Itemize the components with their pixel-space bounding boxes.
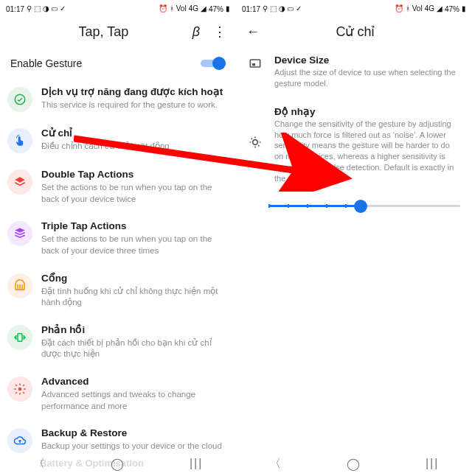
enable-gesture-row[interactable]: Enable Gesture (0, 47, 236, 78)
gear-icon (7, 377, 32, 402)
item-desc: Đặt tình huống khi cử chỉ không thực hiệ… (41, 286, 227, 309)
svg-rect-4 (252, 63, 255, 66)
bluetooth-icon: ᚼ (170, 5, 174, 13)
item-desc: Set the actions to be run when you tap o… (41, 182, 227, 205)
nav-back-icon[interactable]: 〈 (33, 456, 45, 472)
app-bar: ← Cử chỉ (236, 16, 472, 47)
status-time: 01:17 (6, 5, 24, 13)
app-bar: Tap, Tap β ⋮ (0, 16, 236, 47)
item-title: Cổng (41, 272, 227, 285)
svg-rect-1 (18, 334, 22, 342)
app-title: Cử chỉ (266, 24, 445, 40)
aspect-icon (248, 56, 266, 74)
nav-back-icon[interactable]: 〈 (269, 456, 281, 472)
item-title: Cử chỉ (41, 127, 227, 140)
item-sensitivity[interactable]: Độ nhạy Change the sensitivity of the ge… (236, 98, 472, 187)
check-icon (7, 87, 32, 112)
item-desc: Advanced settings and tweaks to change p… (41, 389, 227, 412)
status-time: 01:17 (242, 5, 260, 13)
item-service[interactable]: Dịch vụ trợ năng đang được kích hoạt Thi… (0, 78, 236, 119)
item-title: Phản hồi (41, 323, 227, 337)
item-double-tap[interactable]: Double Tap Actions Set the actions to be… (0, 161, 236, 212)
battery-text: 47% (445, 5, 459, 13)
item-title: Advanced (41, 375, 227, 388)
overflow-menu-icon[interactable]: ⋮ (207, 24, 232, 40)
battery-icon: ▮ (226, 5, 230, 13)
vibrate-icon (7, 325, 32, 350)
status-bar: 01:17 ⚲ ⬚ ◑ ▭ ✓ ⏰ ᚼ Vol 4G ◢ 47% ▮ (236, 0, 472, 16)
item-desc: Điều chỉnh cách cử chỉ hoạt động (41, 141, 227, 153)
item-title: Dịch vụ trợ năng đang được kích hoạt (41, 85, 227, 99)
battery-text: 47% (209, 5, 223, 13)
item-triple-tap[interactable]: Triple Tap Actions Set the actions to be… (0, 212, 236, 264)
item-feedback[interactable]: Phản hồi Đặt cách thiết bị phản hồi cho … (0, 316, 236, 368)
network-icon: 4G (189, 5, 198, 13)
item-desc: This service is required for the gesture… (41, 99, 227, 111)
beta-badge[interactable]: β (185, 24, 207, 40)
svg-point-5 (253, 139, 258, 144)
sensitivity-slider[interactable] (268, 197, 460, 215)
item-gesture[interactable]: Cử chỉ Điều chỉnh cách cử chỉ hoạt động (0, 119, 236, 161)
phone-right: 01:17 ⚲ ⬚ ◑ ▭ ✓ ⏰ ᚼ Vol 4G ◢ 47% ▮ ← Cử … (236, 0, 472, 476)
item-title: Triple Tap Actions (41, 220, 227, 233)
back-button[interactable]: ← (240, 24, 266, 40)
app-title: Tap, Tap (22, 24, 185, 40)
volte-icon: Vol (176, 5, 187, 13)
enable-gesture-switch[interactable] (201, 56, 226, 71)
status-misc-icons: ⚲ ⬚ ◑ ▭ ✓ (27, 5, 66, 13)
brightness-icon (248, 135, 266, 153)
alarm-icon: ⏰ (395, 5, 403, 13)
gate-icon (7, 273, 32, 298)
item-advanced[interactable]: Advanced Advanced settings and tweaks to… (0, 368, 236, 419)
phone-left: 01:17 ⚲ ⬚ ◑ ▭ ✓ ⏰ ᚼ Vol 4G ◢ 47% ▮ Tap, … (0, 0, 236, 476)
item-device-size[interactable]: Device Size Adjust the size of device to… (236, 47, 472, 98)
cloud-icon (7, 428, 32, 453)
enable-gesture-label: Enable Gesture (10, 57, 82, 69)
svg-point-2 (18, 388, 22, 391)
item-title: Độ nhạy (274, 105, 460, 117)
item-title: Device Size (274, 55, 460, 66)
slider-thumb[interactable] (355, 200, 367, 212)
nav-recents-icon[interactable]: ||| (426, 457, 439, 470)
item-desc: Đặt cách thiết bị phản hồi cho bạn khi c… (41, 337, 227, 360)
nav-home-icon[interactable]: ◯ (111, 457, 124, 471)
layers3-icon (7, 221, 32, 246)
bluetooth-icon: ᚼ (406, 5, 410, 13)
item-desc: Adjust the size of device to use when se… (274, 67, 460, 89)
item-title: Double Tap Actions (41, 168, 227, 181)
slider-fill (268, 205, 361, 207)
item-title: Backup & Restore (41, 427, 227, 440)
nav-home-icon[interactable]: ◯ (347, 457, 360, 471)
nav-bar: 〈 ◯ ||| (236, 451, 472, 476)
nav-bar: 〈 ◯ ||| (0, 451, 236, 476)
signal-icon: ◢ (201, 5, 206, 13)
svg-point-0 (15, 94, 25, 105)
item-desc: Set the actions to be run when you tap o… (41, 234, 227, 256)
network-icon: 4G (425, 5, 434, 13)
layers-icon (7, 169, 32, 195)
alarm-icon: ⏰ (159, 5, 167, 13)
battery-icon: ▮ (462, 5, 466, 13)
item-desc: Change the sensitivity of the gesture by… (274, 119, 460, 184)
status-misc-icons: ⚲ ⬚ ◑ ▭ ✓ (263, 5, 302, 13)
item-gates[interactable]: Cổng Đặt tình huống khi cử chỉ không thự… (0, 265, 236, 316)
signal-icon: ◢ (437, 5, 442, 13)
nav-recents-icon[interactable]: ||| (190, 457, 203, 470)
volte-icon: Vol (412, 5, 423, 13)
touch-icon (7, 128, 32, 153)
status-bar: 01:17 ⚲ ⬚ ◑ ▭ ✓ ⏰ ᚼ Vol 4G ◢ 47% ▮ (0, 0, 236, 16)
